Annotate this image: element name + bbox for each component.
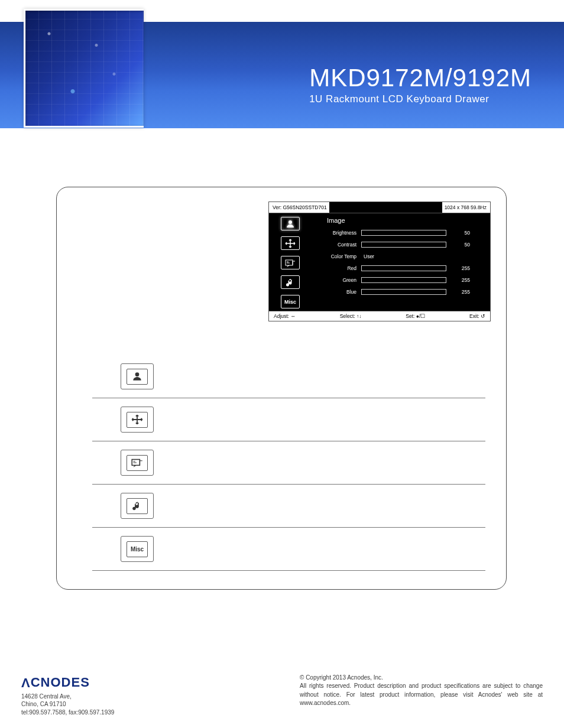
descriptor-row-audio [92,485,485,528]
page-footer: ΛCNODES 14628 Central Ave, Chino, CA 917… [0,674,564,716]
osd-row-colortemp: Color Temp User [310,254,485,259]
product-subtitle: 1U Rackmount LCD Keyboard Drawer [309,93,531,105]
osd-row-green: Green 255 [310,277,485,283]
osd-hint-adjust: Adjust: ↔ [274,313,296,319]
position-icon [127,412,148,428]
osd-body: Misc Image Brightness 50 Contrast 50 [269,213,490,311]
audio-icon [281,275,300,289]
address-line: tel:909.597.7588, fax:909.597.1939 [21,708,282,717]
footer-left: ΛCNODES 14628 Central Ave, Chino, CA 917… [21,674,282,716]
osd-section-title: Image [327,217,485,224]
legal-text: All rights reserved. Product description… [300,682,543,708]
osd-hint-exit: Exit: ↺ [469,313,485,319]
svg-point-0 [289,220,292,224]
descriptor-box [121,407,154,433]
lang-icon [281,256,300,269]
position-icon [281,236,300,250]
product-title: MKD9172M/9192M [309,64,531,92]
osd-row-contrast: Contrast 50 [310,242,485,248]
copyright: © Copyright 2013 Acnodes, Inc. [300,674,543,682]
address-line: Chino, CA 91710 [21,700,282,708]
descriptor-box [121,493,154,519]
image-icon [127,369,148,385]
audio-icon [127,498,148,514]
osd-icon-column: Misc [274,217,307,308]
descriptor-list: Misc [92,355,485,571]
address-line: 14628 Central Ave, [21,693,282,701]
descriptor-box [121,363,154,389]
descriptor-row-language [92,441,485,485]
page: MKD9172M/9192M 1U Rackmount LCD Keyboard… [0,0,564,728]
title-block: MKD9172M/9192M 1U Rackmount LCD Keyboard… [309,64,531,105]
brand-logo: ΛCNODES [21,674,282,691]
image-icon [281,217,300,230]
lang-icon [127,455,148,471]
svg-point-2 [135,372,140,376]
osd-resolution: 1024 x 768 59.8Hz [445,204,490,210]
misc-icon: Misc [281,295,300,308]
descriptor-box: Misc [121,536,154,562]
header-image [24,9,144,128]
osd-version: Ver: G56SN20SSTD701 [269,204,327,210]
descriptor-row-misc: Misc [92,528,485,571]
descriptor-box [121,450,154,476]
osd-hint-select: Select: ↑↓ [340,313,362,319]
osd-top-bar: Ver: G56SN20SSTD701 1024 x 768 59.8Hz [269,202,490,213]
osd-row-brightness: Brightness 50 [310,230,485,236]
descriptor-row-image [92,355,485,398]
osd-footer-bar: Adjust: ↔ Select: ↑↓ Set: ●/☐ Exit: ↺ [269,311,490,321]
osd-row-blue: Blue 255 [310,289,485,295]
osd-panel: Ver: G56SN20SSTD701 1024 x 768 59.8Hz [268,202,491,321]
descriptor-row-position [92,398,485,441]
osd-row-red: Red 255 [310,265,485,271]
osd-settings: Image Brightness 50 Contrast 50 Color Te… [307,217,485,308]
osd-top-spacer [329,202,442,213]
osd-hint-set: Set: ●/☐ [406,313,425,319]
content-card: Ver: G56SN20SSTD701 1024 x 768 59.8Hz [56,187,507,590]
footer-right: © Copyright 2013 Acnodes, Inc. All right… [282,674,543,716]
misc-icon: Misc [127,541,148,557]
